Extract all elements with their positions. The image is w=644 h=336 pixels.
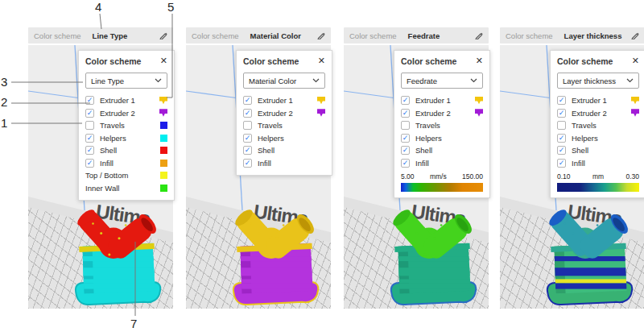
extruder-color-swatch <box>475 97 483 105</box>
checkbox[interactable]: ✓ <box>85 109 94 118</box>
checkbox[interactable]: ✓ <box>401 146 410 155</box>
check-icon: ✓ <box>87 159 93 166</box>
check-icon: ✓ <box>559 159 565 166</box>
checkbox[interactable]: ✓ <box>557 109 566 118</box>
check-icon: ✓ <box>245 159 251 166</box>
legend-row-shell: ✓ Shell <box>557 144 639 157</box>
legend-row-travels: Travels <box>401 119 483 132</box>
close-icon[interactable]: ✕ <box>160 56 167 65</box>
checkbox[interactable]: ✓ <box>557 96 566 105</box>
color-scheme-dropdown[interactable]: Material Color <box>243 73 325 89</box>
checkbox[interactable]: ✓ <box>401 109 410 118</box>
checkbox[interactable]: ✓ <box>85 134 94 143</box>
close-icon[interactable]: ✕ <box>318 56 325 65</box>
checkbox[interactable]: ✓ <box>243 109 252 118</box>
extruder-color-swatch <box>159 97 167 105</box>
color-scheme-panel: Color scheme ✕ Layer thickness ✓ Extrude… <box>550 50 644 198</box>
viewport-tile-line-type: Color scheme Line Type Ultima <box>28 27 173 309</box>
chevron-down-icon <box>470 78 477 83</box>
checkbox[interactable]: ✓ <box>243 159 252 168</box>
checkbox[interactable]: ✓ <box>85 96 94 105</box>
check-icon: ✓ <box>402 109 409 116</box>
legend-row-top-bottom: Top / Bottom <box>85 169 167 182</box>
edit-pencil-icon[interactable] <box>475 31 483 39</box>
close-icon[interactable]: ✕ <box>632 56 639 65</box>
checkbox[interactable]: ✓ <box>401 96 410 105</box>
checkbox[interactable]: ✓ <box>85 146 94 155</box>
extruder-color-swatch <box>631 109 639 117</box>
legend-row-infill: ✓ Infill <box>401 157 483 170</box>
checkbox[interactable]: ✓ <box>401 159 410 168</box>
legend-row-travels: Travels <box>557 119 639 132</box>
legend-row-travels: Travels <box>243 119 325 132</box>
check-icon: ✓ <box>402 159 409 166</box>
annotation-number-3: 3 <box>1 76 7 88</box>
annotation-number-5: 5 <box>167 1 174 13</box>
feedrate-color-scale: 5.00 mm/s 150.00 <box>401 172 483 192</box>
legend-row-helpers: ✓ Helpers <box>401 132 483 145</box>
scale-min: 5.00 <box>401 172 415 180</box>
chevron-down-icon <box>312 78 320 83</box>
annotation-number-7: 7 <box>130 317 137 330</box>
edit-pencil-icon[interactable] <box>159 31 167 39</box>
checkbox[interactable] <box>243 121 252 130</box>
check-icon: ✓ <box>559 109 565 116</box>
header-bar-value: Line Type <box>93 31 128 40</box>
color-swatch <box>160 135 167 142</box>
checkbox[interactable] <box>557 121 566 130</box>
color-swatch <box>160 122 167 129</box>
checkbox[interactable]: ✓ <box>557 134 566 143</box>
panel-title: Color scheme <box>557 56 613 66</box>
check-icon: ✓ <box>402 134 409 141</box>
checkbox[interactable] <box>401 121 410 130</box>
extruder-color-swatch <box>159 109 167 117</box>
printed-model[interactable] <box>384 201 484 309</box>
edit-pencil-icon[interactable] <box>317 31 325 39</box>
check-icon: ✓ <box>559 97 565 104</box>
printed-model[interactable] <box>540 201 640 309</box>
header-bar-label: Color scheme <box>192 31 239 40</box>
printed-model[interactable] <box>226 201 326 309</box>
check-icon: ✓ <box>245 134 251 141</box>
legend-row-shell: ✓ Shell <box>243 144 325 157</box>
color-swatch <box>160 147 167 154</box>
color-scheme-panel: Color scheme ✕ Material Color ✓ Extruder… <box>236 50 332 176</box>
checkbox[interactable]: ✓ <box>557 159 566 168</box>
extruder-color-swatch <box>317 97 325 105</box>
checkbox[interactable]: ✓ <box>243 134 252 143</box>
color-scheme-header-bar[interactable]: Color scheme Line Type <box>28 27 173 44</box>
color-scheme-dropdown[interactable]: Line Type <box>85 73 167 89</box>
chevron-down-icon <box>626 78 634 83</box>
scale-min: 0.10 <box>557 172 571 180</box>
checkbox[interactable]: ✓ <box>243 96 252 105</box>
annotation-number-4: 4 <box>95 1 101 13</box>
color-scheme-header-bar[interactable]: Color scheme Layer thickness <box>500 27 644 44</box>
checkbox[interactable]: ✓ <box>557 146 566 155</box>
edit-pencil-icon[interactable] <box>631 31 639 39</box>
annotation-number-1: 1 <box>1 117 7 129</box>
panel-title: Color scheme <box>401 56 456 66</box>
viewport-tile-material-color: Color scheme Material Color Ultima <box>186 27 331 309</box>
extruder-color-swatch <box>631 97 639 105</box>
checkbox[interactable] <box>85 121 94 130</box>
checkbox[interactable]: ✓ <box>85 159 94 168</box>
legend-row-extruder1: ✓ Extruder 1 <box>557 94 639 107</box>
color-scheme-dropdown[interactable]: Layer thickness <box>557 73 639 89</box>
legend-row-extruder2: ✓ Extruder 2 <box>557 107 639 120</box>
figure-canvas: Color scheme Line Type Ultima <box>0 0 644 336</box>
legend-row-inner-wall: Inner Wall <box>85 182 167 195</box>
gradient-bar <box>557 183 639 192</box>
color-scheme-dropdown[interactable]: Feedrate <box>401 73 483 89</box>
legend-row-helpers: ✓ Helpers <box>85 132 167 145</box>
close-icon[interactable]: ✕ <box>476 56 483 65</box>
check-icon: ✓ <box>402 147 409 154</box>
header-bar-value: Material Color <box>250 31 301 40</box>
checkbox[interactable]: ✓ <box>243 146 252 155</box>
color-scheme-header-bar[interactable]: Color scheme Feedrate <box>344 27 489 44</box>
printed-model[interactable] <box>68 201 168 309</box>
check-icon: ✓ <box>245 97 251 104</box>
color-scheme-header-bar[interactable]: Color scheme Material Color <box>186 27 331 44</box>
color-swatch <box>160 185 167 192</box>
legend-row-helpers: ✓ Helpers <box>557 132 639 145</box>
checkbox[interactable]: ✓ <box>401 134 410 143</box>
